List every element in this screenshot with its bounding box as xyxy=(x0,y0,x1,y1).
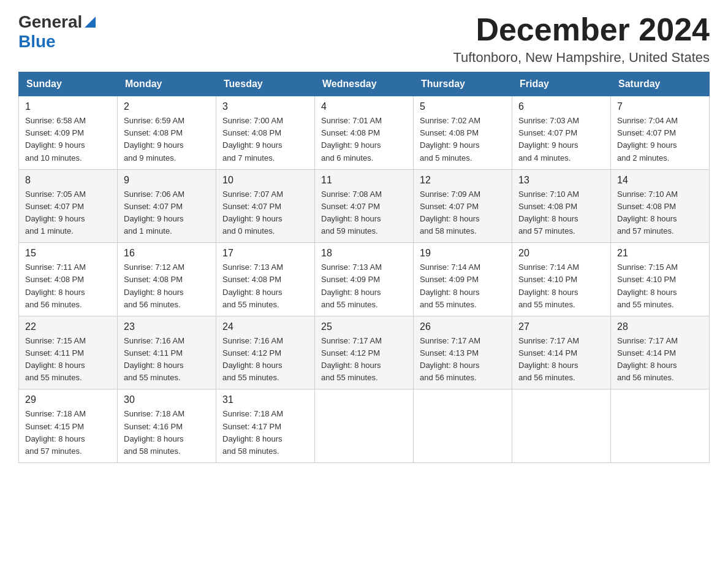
logo-blue: Blue xyxy=(18,32,56,51)
day-info: Sunrise: 7:14 AMSunset: 4:10 PMDaylight:… xyxy=(518,261,604,311)
day-cell: 22Sunrise: 7:15 AMSunset: 4:11 PMDayligh… xyxy=(19,316,118,389)
day-number: 21 xyxy=(617,248,703,259)
day-number: 12 xyxy=(420,175,506,186)
day-cell: 10Sunrise: 7:07 AMSunset: 4:07 PMDayligh… xyxy=(216,169,315,243)
day-number: 26 xyxy=(420,321,506,332)
week-row-5: 29Sunrise: 7:18 AMSunset: 4:15 PMDayligh… xyxy=(19,389,710,463)
title-area: December 2024 Tuftonboro, New Hampshire,… xyxy=(453,12,710,66)
day-cell xyxy=(315,389,414,463)
day-cell: 3Sunrise: 7:00 AMSunset: 4:08 PMDaylight… xyxy=(216,96,315,170)
day-cell: 7Sunrise: 7:04 AMSunset: 4:07 PMDaylight… xyxy=(611,96,710,170)
day-number: 24 xyxy=(222,321,308,332)
day-number: 23 xyxy=(124,321,210,332)
day-cell: 16Sunrise: 7:12 AMSunset: 4:08 PMDayligh… xyxy=(118,243,216,316)
day-number: 7 xyxy=(617,101,703,112)
day-info: Sunrise: 6:59 AMSunset: 4:08 PMDaylight:… xyxy=(124,115,210,164)
day-cell: 11Sunrise: 7:08 AMSunset: 4:07 PMDayligh… xyxy=(315,169,414,243)
day-cell: 17Sunrise: 7:13 AMSunset: 4:08 PMDayligh… xyxy=(216,243,315,316)
day-number: 1 xyxy=(25,101,111,112)
day-cell: 28Sunrise: 7:17 AMSunset: 4:14 PMDayligh… xyxy=(611,316,710,389)
day-cell: 19Sunrise: 7:14 AMSunset: 4:09 PMDayligh… xyxy=(414,243,512,316)
day-cell: 20Sunrise: 7:14 AMSunset: 4:10 PMDayligh… xyxy=(512,243,611,316)
header: General Blue December 2024 Tuftonboro, N… xyxy=(18,12,710,66)
day-cell xyxy=(611,389,710,463)
day-number: 11 xyxy=(321,175,407,186)
day-number: 27 xyxy=(518,321,604,332)
day-info: Sunrise: 7:12 AMSunset: 4:08 PMDaylight:… xyxy=(124,261,210,311)
day-info: Sunrise: 7:14 AMSunset: 4:09 PMDaylight:… xyxy=(420,261,506,311)
day-number: 28 xyxy=(617,321,703,332)
day-info: Sunrise: 7:18 AMSunset: 4:17 PMDaylight:… xyxy=(222,408,308,458)
day-number: 8 xyxy=(25,175,111,186)
day-number: 17 xyxy=(222,248,308,259)
day-number: 3 xyxy=(222,101,308,112)
day-cell: 12Sunrise: 7:09 AMSunset: 4:07 PMDayligh… xyxy=(414,169,512,243)
day-info: Sunrise: 7:18 AMSunset: 4:15 PMDaylight:… xyxy=(25,408,111,458)
day-cell: 26Sunrise: 7:17 AMSunset: 4:13 PMDayligh… xyxy=(414,316,512,389)
day-cell: 1Sunrise: 6:58 AMSunset: 4:09 PMDaylight… xyxy=(19,96,118,170)
week-row-1: 1Sunrise: 6:58 AMSunset: 4:09 PMDaylight… xyxy=(19,96,710,170)
day-number: 31 xyxy=(222,394,308,405)
day-number: 14 xyxy=(617,175,703,186)
day-info: Sunrise: 7:17 AMSunset: 4:14 PMDaylight:… xyxy=(518,335,604,385)
day-number: 4 xyxy=(321,101,407,112)
day-info: Sunrise: 7:13 AMSunset: 4:09 PMDaylight:… xyxy=(321,261,407,311)
day-number: 25 xyxy=(321,321,407,332)
day-info: Sunrise: 7:04 AMSunset: 4:07 PMDaylight:… xyxy=(617,115,703,164)
day-info: Sunrise: 7:06 AMSunset: 4:07 PMDaylight:… xyxy=(124,188,210,238)
day-number: 9 xyxy=(124,175,210,186)
header-monday: Monday xyxy=(118,72,216,96)
day-info: Sunrise: 7:13 AMSunset: 4:08 PMDaylight:… xyxy=(222,261,308,311)
day-cell xyxy=(512,389,611,463)
day-info: Sunrise: 7:01 AMSunset: 4:08 PMDaylight:… xyxy=(321,115,407,164)
header-sunday: Sunday xyxy=(19,72,118,96)
header-wednesday: Wednesday xyxy=(315,72,414,96)
day-info: Sunrise: 6:58 AMSunset: 4:09 PMDaylight:… xyxy=(25,115,111,164)
location-subtitle: Tuftonboro, New Hampshire, United States xyxy=(453,50,710,66)
day-cell: 24Sunrise: 7:16 AMSunset: 4:12 PMDayligh… xyxy=(216,316,315,389)
day-info: Sunrise: 7:09 AMSunset: 4:07 PMDaylight:… xyxy=(420,188,506,238)
day-cell: 30Sunrise: 7:18 AMSunset: 4:16 PMDayligh… xyxy=(118,389,216,463)
day-cell: 6Sunrise: 7:03 AMSunset: 4:07 PMDaylight… xyxy=(512,96,611,170)
day-number: 2 xyxy=(124,101,210,112)
day-info: Sunrise: 7:16 AMSunset: 4:12 PMDaylight:… xyxy=(222,335,308,385)
day-cell: 15Sunrise: 7:11 AMSunset: 4:08 PMDayligh… xyxy=(19,243,118,316)
calendar-header-row: SundayMondayTuesdayWednesdayThursdayFrid… xyxy=(19,72,710,96)
day-cell: 18Sunrise: 7:13 AMSunset: 4:09 PMDayligh… xyxy=(315,243,414,316)
day-number: 13 xyxy=(518,175,604,186)
day-number: 10 xyxy=(222,175,308,186)
logo: General Blue xyxy=(18,12,96,52)
day-cell: 13Sunrise: 7:10 AMSunset: 4:08 PMDayligh… xyxy=(512,169,611,243)
day-info: Sunrise: 7:16 AMSunset: 4:11 PMDaylight:… xyxy=(124,335,210,385)
day-number: 18 xyxy=(321,248,407,259)
week-row-3: 15Sunrise: 7:11 AMSunset: 4:08 PMDayligh… xyxy=(19,243,710,316)
day-info: Sunrise: 7:10 AMSunset: 4:08 PMDaylight:… xyxy=(518,188,604,238)
svg-marker-0 xyxy=(85,17,96,28)
day-info: Sunrise: 7:07 AMSunset: 4:07 PMDaylight:… xyxy=(222,188,308,238)
day-number: 22 xyxy=(25,321,111,332)
day-info: Sunrise: 7:15 AMSunset: 4:11 PMDaylight:… xyxy=(25,335,111,385)
day-info: Sunrise: 7:00 AMSunset: 4:08 PMDaylight:… xyxy=(222,115,308,164)
day-number: 15 xyxy=(25,248,111,259)
logo-general: General xyxy=(18,12,82,32)
day-cell: 31Sunrise: 7:18 AMSunset: 4:17 PMDayligh… xyxy=(216,389,315,463)
day-info: Sunrise: 7:02 AMSunset: 4:08 PMDaylight:… xyxy=(420,115,506,164)
day-cell: 27Sunrise: 7:17 AMSunset: 4:14 PMDayligh… xyxy=(512,316,611,389)
day-cell xyxy=(414,389,512,463)
day-cell: 8Sunrise: 7:05 AMSunset: 4:07 PMDaylight… xyxy=(19,169,118,243)
day-info: Sunrise: 7:05 AMSunset: 4:07 PMDaylight:… xyxy=(25,188,111,238)
day-number: 29 xyxy=(25,394,111,405)
day-info: Sunrise: 7:15 AMSunset: 4:10 PMDaylight:… xyxy=(617,261,703,311)
day-number: 20 xyxy=(518,248,604,259)
day-cell: 2Sunrise: 6:59 AMSunset: 4:08 PMDaylight… xyxy=(118,96,216,170)
logo-triangle-icon xyxy=(85,17,96,30)
day-number: 30 xyxy=(124,394,210,405)
week-row-2: 8Sunrise: 7:05 AMSunset: 4:07 PMDaylight… xyxy=(19,169,710,243)
day-cell: 9Sunrise: 7:06 AMSunset: 4:07 PMDaylight… xyxy=(118,169,216,243)
day-info: Sunrise: 7:17 AMSunset: 4:14 PMDaylight:… xyxy=(617,335,703,385)
day-number: 6 xyxy=(518,101,604,112)
calendar-table: SundayMondayTuesdayWednesdayThursdayFrid… xyxy=(18,72,710,463)
logo-text: General Blue xyxy=(18,12,96,52)
day-info: Sunrise: 7:17 AMSunset: 4:12 PMDaylight:… xyxy=(321,335,407,385)
week-row-4: 22Sunrise: 7:15 AMSunset: 4:11 PMDayligh… xyxy=(19,316,710,389)
